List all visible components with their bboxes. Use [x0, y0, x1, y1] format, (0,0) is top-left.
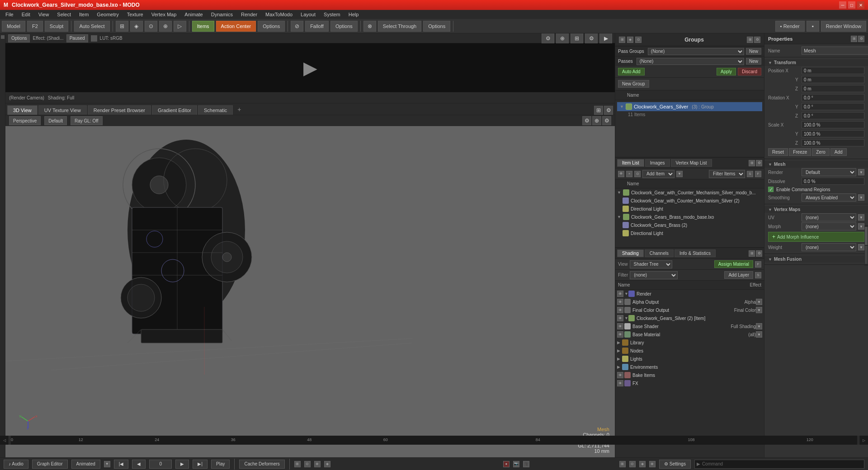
channels-tab[interactable]: Channels	[645, 249, 674, 257]
transport-4[interactable]: ◈	[324, 461, 330, 467]
discard-button[interactable]: Discard	[738, 68, 761, 75]
groups-expand-icon[interactable]: ⊞	[747, 37, 753, 43]
shader-row-fx[interactable]: 👁 FX	[615, 379, 764, 387]
render-select[interactable]: Default	[802, 168, 856, 176]
menu-file[interactable]: File	[2, 11, 17, 18]
item-row-3[interactable]: ▼ Clockwork_Gears_Brass_modo_base.lxo	[615, 213, 764, 221]
render-expand-icon[interactable]: ▶	[599, 33, 612, 44]
camera-icon-2[interactable]: 🎥	[523, 461, 529, 467]
shader-row-library[interactable]: ▶ Library	[615, 338, 764, 347]
animated-dropdown-icon[interactable]: ▼	[104, 461, 110, 467]
item-row-0[interactable]: ▼ Clockwork_Gear_with_Counter_Mechanism_…	[615, 188, 764, 197]
new-group-button[interactable]: New Group	[618, 80, 649, 88]
item-row-1[interactable]: Clockwork_Gear_with_Counter_Mechanism_Si…	[615, 197, 764, 205]
filter-items-select[interactable]: Filter Items	[709, 170, 745, 178]
minimize-button[interactable]: ─	[839, 1, 846, 9]
f2-button[interactable]: F2	[27, 21, 43, 32]
close-button[interactable]: ✕	[857, 1, 864, 9]
pass-groups-select[interactable]: (None)	[648, 48, 744, 55]
menu-system[interactable]: System	[320, 11, 344, 18]
apply-button[interactable]: Apply	[717, 68, 736, 75]
menu-texture[interactable]: Texture	[123, 11, 147, 18]
prop-expand-icon[interactable]: ⊞	[851, 36, 857, 42]
animated-button[interactable]: Animated	[71, 460, 100, 469]
shading-s-btn[interactable]: S	[755, 272, 761, 278]
enable-cmd-checkbox[interactable]: ✓	[768, 187, 774, 192]
render-window-button[interactable]: Render Window	[821, 21, 866, 32]
morph-select[interactable]: (none)	[802, 222, 856, 230]
scale-z-input[interactable]	[802, 139, 864, 146]
shading-f-btn[interactable]: F	[755, 261, 761, 268]
tab-schematic[interactable]: Schematic	[198, 105, 233, 115]
paused-button[interactable]: Paused	[66, 34, 88, 42]
tab-3d-view[interactable]: 3D View	[7, 105, 38, 115]
render-eye-icon[interactable]: 👁	[617, 291, 623, 297]
viewport-icon-2[interactable]: ⊕	[592, 116, 601, 125]
select-through-button[interactable]: Select Through	[378, 21, 421, 32]
shading-expand-icon[interactable]: ⊞	[749, 250, 755, 257]
add-button[interactable]: Add	[830, 148, 847, 156]
scale-y-input[interactable]	[802, 130, 864, 137]
ray-gl-button[interactable]: Ray GL: Off	[71, 116, 103, 125]
groups-icon-2[interactable]: ◈	[627, 37, 633, 43]
tool-icon-3[interactable]: ⊙	[145, 21, 157, 32]
options-1-button[interactable]: Options	[258, 21, 285, 32]
fx-eye-icon[interactable]: 👁	[617, 380, 623, 386]
rot-x-input[interactable]	[802, 94, 864, 101]
menu-edit[interactable]: Edit	[18, 11, 34, 18]
menu-layout[interactable]: Layout	[297, 11, 319, 18]
item-row-4[interactable]: Clockwork_Gears_Brass (2)	[615, 221, 764, 229]
transport-3[interactable]: ⊕	[314, 461, 321, 467]
next-frame-button[interactable]: ▶	[175, 460, 189, 469]
go-start-button[interactable]: |◀	[114, 460, 129, 469]
item-f-btn[interactable]: F	[755, 171, 761, 177]
tool-icon-2[interactable]: ◈	[130, 21, 143, 32]
menu-dynamics[interactable]: Dynamics	[208, 11, 236, 18]
pos-x-input[interactable]	[802, 67, 864, 74]
menu-vertex-map[interactable]: Vertex Map	[148, 11, 180, 18]
filter-select[interactable]: (none)	[630, 271, 678, 279]
tab-render-preset[interactable]: Render Preset Browser	[88, 105, 151, 115]
shader-row-bake[interactable]: 👁 Bake Items	[615, 371, 764, 379]
viewport-mode-1[interactable]: ⊞	[619, 461, 626, 467]
uv-dropdown-arrow[interactable]: ▼	[858, 214, 864, 221]
item-row-2[interactable]: Directional Light	[615, 205, 764, 213]
shader-row-render[interactable]: 👁 ▼ Render	[615, 290, 764, 298]
cache-deformers-button[interactable]: Cache Deformers	[239, 460, 284, 469]
menu-maxtomodo[interactable]: MaxToModo	[262, 11, 296, 18]
rot-y-input[interactable]	[802, 103, 864, 110]
vertex-map-list-tab[interactable]: Vertex Map List	[671, 159, 712, 167]
shading-settings-icon[interactable]: ⚙	[756, 250, 762, 257]
render-button[interactable]: ▪ Render	[775, 21, 805, 32]
tool-icon-5[interactable]: ▷	[174, 21, 186, 32]
passes-new-button[interactable]: New	[746, 58, 761, 65]
base-mat-dropdown[interactable]: ▼	[756, 331, 762, 338]
assign-material-button[interactable]: Assign Material	[714, 260, 753, 268]
render-dropdown-arrow[interactable]: ▼	[858, 169, 864, 175]
pos-y-input[interactable]	[802, 76, 864, 83]
sculpt-button[interactable]: Sculpt	[45, 21, 69, 32]
images-tab[interactable]: Images	[645, 159, 670, 167]
pass-groups-new-button[interactable]: New	[746, 48, 761, 55]
base-mat-eye[interactable]: 👁	[617, 331, 623, 338]
shader-row-final-color[interactable]: 👁 Final Color Output Final Color ▼	[615, 306, 764, 314]
shader-row-base-material[interactable]: 👁 Base Material (all) ▼	[615, 330, 764, 338]
camera-icon-1[interactable]: 📷	[513, 461, 519, 467]
pos-z-input[interactable]	[802, 85, 864, 92]
item-arrow-icon[interactable]: ▼	[676, 171, 683, 177]
model-mode-button[interactable]: Model	[2, 21, 25, 32]
base-shader-dropdown[interactable]: ▼	[756, 323, 762, 329]
viewport-icon-3[interactable]: ⚙	[602, 116, 611, 125]
tool-icon-4[interactable]: ⊕	[159, 21, 172, 32]
shader-tree-select[interactable]: Shader Tree	[630, 260, 673, 268]
render-gear-icon[interactable]: ⚙	[542, 33, 554, 44]
group-item-0[interactable]: ▼ Clockwork_Gears_Silver (3) : Group	[617, 102, 762, 111]
menu-select[interactable]: Select	[53, 11, 75, 18]
bake-eye-icon[interactable]: 👁	[617, 372, 623, 378]
auto-select-button[interactable]: Auto Select	[74, 21, 109, 32]
select-through-icon[interactable]: ⊗	[363, 21, 376, 32]
timeline-track[interactable]: 0 12 24 36 48 60 84 108 120	[11, 436, 857, 445]
groups-icon-3[interactable]: ⊙	[635, 37, 642, 43]
freeze-button[interactable]: Freeze	[789, 148, 811, 156]
viewport-mode-3[interactable]: ◈	[639, 461, 646, 467]
